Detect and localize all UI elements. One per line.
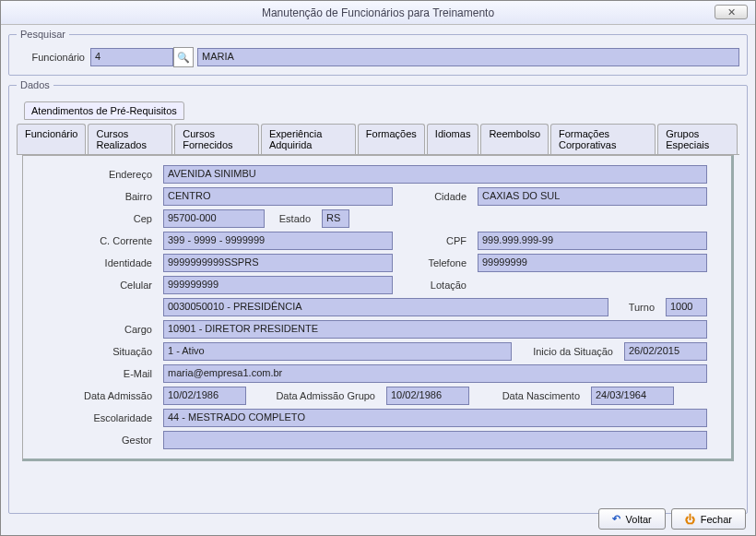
power-icon: ⏻ (685, 514, 695, 525)
admissao-label: Data Admissão (84, 390, 158, 401)
tab-reembolso[interactable]: Reembolso (480, 124, 549, 154)
escolaridade-label: Escolaridade (93, 412, 158, 423)
cpf-input[interactable]: 999.999.999-99 (478, 232, 707, 250)
footer-buttons: ↶ Voltar ⏻ Fechar (598, 508, 746, 530)
cargo-input[interactable]: 10901 - DIRETOR PRESIDENTE (163, 320, 707, 339)
gestor-input[interactable] (163, 431, 707, 449)
tab-cursos-fornecidos[interactable]: Cursos Fornecidos (174, 124, 259, 154)
funcionario-label: Funcionário (17, 52, 90, 63)
search-legend: Pesquisar (17, 29, 69, 40)
search-icon: 🔍 (177, 52, 190, 64)
tab-formacoes-corp[interactable]: Formações Corporativas (550, 124, 656, 154)
tab-formacoes[interactable]: Formações (358, 124, 425, 154)
cep-label: Cep (134, 213, 158, 224)
window-close-button[interactable]: ✕ (715, 5, 748, 19)
lotacao-label: Lotação (431, 280, 472, 291)
nascimento-input[interactable]: 24/03/1964 (591, 387, 674, 405)
email-input[interactable]: maria@empresa1.com.br (163, 364, 707, 383)
gestor-label: Gestor (122, 435, 158, 446)
celular-label: Celular (120, 280, 158, 291)
celular-input[interactable]: 999999999 (163, 276, 393, 294)
title-bar: Manutenção de Funcionários para Treiname… (1, 1, 755, 25)
window-title: Manutenção de Funcionários para Treiname… (262, 6, 494, 19)
email-label: E-Mail (124, 368, 158, 379)
admgrupo-input[interactable]: 10/02/1986 (386, 387, 469, 405)
tab-cursos-realizados[interactable]: Cursos Realizados (88, 124, 172, 154)
endereco-label: Endereço (109, 169, 158, 180)
identidade-label: Identidade (105, 257, 158, 268)
fechar-label: Fechar (701, 514, 732, 525)
dados-fieldset: Dados Atendimentos de Pré-Requisitos Fun… (8, 79, 748, 514)
turno-label: Turno (614, 302, 660, 313)
nascimento-label: Data Nascimento (475, 390, 585, 401)
cidade-label: Cidade (434, 191, 472, 202)
escolaridade-input[interactable]: 44 - MESTRADO COMPLETO (163, 409, 707, 427)
fechar-button[interactable]: ⏻ Fechar (671, 508, 746, 530)
tab-funcionario[interactable]: Funcionário (17, 124, 86, 154)
form-area: Endereço AVENIDA SINIMBU Bairro CENTRO C… (22, 155, 734, 461)
cep-input[interactable]: 95700-000 (163, 209, 265, 228)
estado-label: Estado (270, 213, 316, 224)
search-fieldset: Pesquisar Funcionário 4 🔍 MARIA (8, 29, 748, 76)
voltar-label: Voltar (626, 514, 652, 525)
dados-legend: Dados (17, 79, 53, 90)
admgrupo-label: Data Admissão Grupo (252, 390, 381, 401)
inicio-label: Inicio da Situação (517, 346, 619, 357)
voltar-button[interactable]: ↶ Voltar (598, 508, 666, 530)
bairro-input[interactable]: CENTRO (163, 187, 393, 206)
cargo-label: Cargo (124, 324, 158, 335)
close-icon: ✕ (727, 6, 736, 18)
situacao-input[interactable]: 1 - Ativo (163, 342, 512, 361)
cidade-input[interactable]: CAXIAS DO SUL (478, 187, 707, 206)
lotacao-input[interactable]: 0030050010 - PRESIDÊNCIA (163, 298, 608, 316)
identidade-input[interactable]: 9999999999SSPRS (163, 254, 393, 272)
bairro-label: Bairro (125, 191, 158, 202)
estado-input[interactable]: RS (322, 209, 349, 228)
ccorrente-input[interactable]: 399 - 9999 - 9999999 (163, 232, 393, 250)
app-window: Manutenção de Funcionários para Treiname… (0, 0, 756, 536)
tabs-bar: Funcionário Cursos Realizados Cursos For… (17, 124, 739, 155)
turno-input[interactable]: 1000 (666, 298, 707, 316)
cpf-label: CPF (446, 235, 472, 246)
tab-experiencia[interactable]: Experiência Adquirida (261, 124, 356, 154)
telefone-input[interactable]: 99999999 (478, 254, 707, 272)
situacao-label: Situação (112, 346, 158, 357)
tab-grupos-especiais[interactable]: Grupos Especiais (657, 124, 738, 154)
funcionario-id-input[interactable]: 4 (90, 48, 173, 66)
funcionario-name-input[interactable]: MARIA (197, 48, 739, 66)
subtab-prerequisitos[interactable]: Atendimentos de Pré-Requisitos (24, 101, 184, 120)
admissao-input[interactable]: 10/02/1986 (163, 387, 246, 405)
telefone-label: Telefone (428, 257, 472, 268)
funcionario-lookup-button[interactable]: 🔍 (173, 47, 194, 67)
tab-idiomas[interactable]: Idiomas (427, 124, 479, 154)
endereco-input[interactable]: AVENIDA SINIMBU (163, 165, 707, 184)
inicio-input[interactable]: 26/02/2015 (624, 342, 707, 361)
ccorrente-label: C. Corrente (100, 235, 158, 246)
back-icon: ↶ (612, 513, 620, 525)
